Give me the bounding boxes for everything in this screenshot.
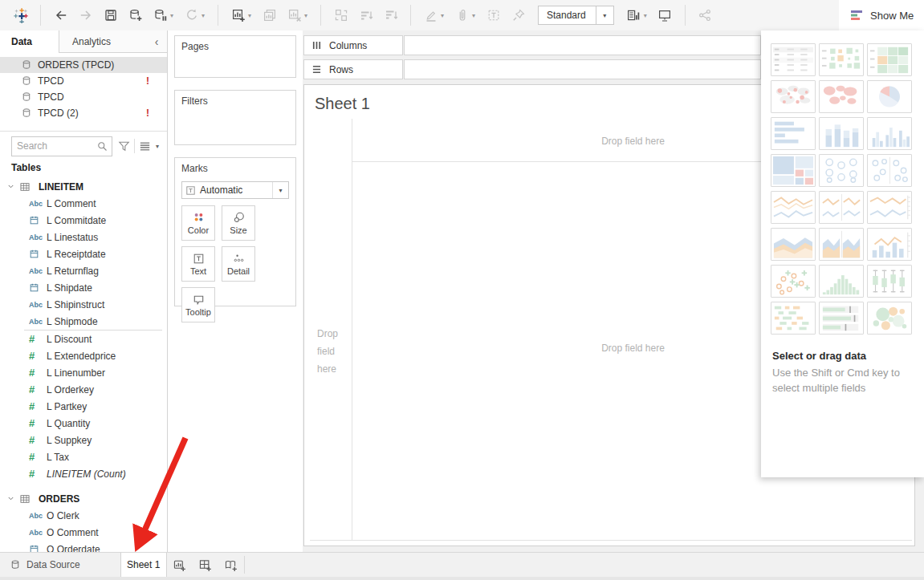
- chart-type-stacked-bars-icon[interactable]: [819, 117, 864, 150]
- clear-sheet-icon[interactable]: [284, 5, 304, 26]
- mark-type-dropdown[interactable]: Automatic ▾: [181, 181, 289, 199]
- chart-type-heat-map-icon[interactable]: [819, 43, 864, 76]
- datasource-item[interactable]: ORDERS (TPCD): [0, 57, 167, 73]
- chart-type-dual-lines-icon[interactable]: [867, 191, 912, 224]
- chart-type-treemap-icon[interactable]: [771, 154, 816, 187]
- field-item[interactable]: #L Suppkey: [0, 432, 167, 448]
- show-me-button[interactable]: Show Me: [839, 0, 924, 30]
- chart-type-side-by-side-circles-icon[interactable]: [867, 154, 912, 187]
- fix-axes-icon[interactable]: [508, 5, 528, 26]
- field-item[interactable]: O Orderdate: [0, 541, 167, 552]
- chart-type-pie-chart-icon[interactable]: [867, 80, 912, 113]
- duplicate-icon[interactable]: [259, 5, 279, 26]
- share-icon[interactable]: [695, 5, 715, 26]
- chevron-down-icon[interactable]: [6, 494, 19, 503]
- chevron-down-icon[interactable]: [6, 182, 19, 191]
- chart-type-highlight-table-icon[interactable]: [867, 43, 912, 76]
- show-mark-labels-icon[interactable]: [483, 5, 503, 26]
- search-input[interactable]: [12, 140, 96, 152]
- datasource-item[interactable]: TPCD (2)!: [0, 105, 167, 121]
- pause-auto-updates-caret[interactable]: ▾: [170, 12, 178, 19]
- fit-selector-caret[interactable]: ▾: [596, 6, 613, 24]
- chart-type-filled-map-icon[interactable]: [819, 80, 864, 113]
- rows-shelf-drop[interactable]: [404, 59, 761, 79]
- chart-type-dual-combination-icon[interactable]: [867, 228, 912, 261]
- datasource-item[interactable]: TPCD!: [0, 73, 167, 89]
- chart-type-text-table-icon[interactable]: [771, 43, 816, 76]
- table-group-header[interactable]: ORDERS: [0, 490, 167, 507]
- show-hide-cards-icon[interactable]: [624, 5, 644, 26]
- field-item[interactable]: L Receiptdate: [0, 245, 167, 262]
- redo-icon[interactable]: [75, 5, 96, 26]
- filters-shelf[interactable]: Filters: [174, 90, 296, 145]
- marks-button-text[interactable]: Text: [181, 246, 215, 282]
- pause-auto-updates-icon[interactable]: [150, 5, 170, 26]
- mark-type-caret[interactable]: ▾: [272, 182, 288, 198]
- highlight-caret[interactable]: ▾: [441, 12, 449, 19]
- highlight-icon[interactable]: [421, 5, 441, 26]
- sheet-tab-active[interactable]: Sheet 1: [120, 553, 167, 577]
- new-worksheet-icon[interactable]: [228, 5, 248, 26]
- new-worksheet-caret[interactable]: ▾: [248, 12, 256, 19]
- field-item[interactable]: AbcO Clerk: [0, 507, 167, 524]
- field-item[interactable]: L Shipdate: [0, 279, 167, 296]
- field-item[interactable]: AbcL Comment: [0, 195, 167, 212]
- view-options-icon[interactable]: [138, 140, 152, 153]
- field-item[interactable]: #LINEITEM (Count): [0, 465, 167, 482]
- presentation-mode-icon[interactable]: [655, 5, 675, 26]
- group-members-icon[interactable]: [452, 5, 472, 26]
- field-item[interactable]: AbcL Returnflag: [0, 262, 167, 279]
- field-item[interactable]: #L Discount: [0, 331, 167, 347]
- table-group-header[interactable]: LINEITEM: [0, 178, 167, 195]
- run-auto-updates-icon[interactable]: [181, 5, 201, 26]
- chart-type-gantt-icon[interactable]: [771, 302, 816, 335]
- field-item[interactable]: L Commitdate: [0, 212, 167, 229]
- chart-type-scatter-plots-icon[interactable]: [771, 265, 816, 298]
- chart-type-bullet-graphs-icon[interactable]: [819, 302, 864, 335]
- sort-ascending-icon[interactable]: [356, 5, 376, 26]
- field-item[interactable]: AbcL Shipinstruct: [0, 296, 167, 313]
- new-story-button[interactable]: [218, 553, 244, 577]
- field-item[interactable]: #L Linenumber: [0, 364, 167, 381]
- chart-type-box-and-whisker-icon[interactable]: [867, 265, 912, 298]
- new-data-source-icon[interactable]: [125, 5, 145, 26]
- undo-icon[interactable]: [51, 5, 71, 26]
- chart-type-horizontal-bars-icon[interactable]: [771, 117, 816, 150]
- new-worksheet-tab-button[interactable]: [167, 553, 193, 577]
- field-item[interactable]: AbcL Shipmode: [0, 313, 167, 330]
- tab-analytics[interactable]: Analytics: [59, 30, 146, 53]
- marks-button-color[interactable]: Color: [181, 205, 215, 241]
- fit-selector[interactable]: Standard▾: [538, 6, 614, 25]
- run-auto-updates-caret[interactable]: ▾: [201, 12, 210, 19]
- marks-button-size[interactable]: Size: [222, 205, 255, 241]
- sort-descending-icon[interactable]: [381, 5, 401, 26]
- chart-type-lines-continuous-icon[interactable]: [771, 191, 816, 224]
- view-options-caret[interactable]: ▾: [156, 143, 159, 150]
- columns-shelf-drop[interactable]: [404, 35, 761, 55]
- drop-zone-rows[interactable]: Drop field here: [317, 325, 348, 378]
- new-dashboard-button[interactable]: [193, 553, 218, 577]
- marks-button-tooltip[interactable]: Tooltip: [181, 287, 215, 322]
- field-item[interactable]: #L Extendedprice: [0, 347, 167, 364]
- chart-type-side-by-side-bars-icon[interactable]: [867, 117, 912, 150]
- field-item[interactable]: AbcL Linestatus: [0, 229, 167, 245]
- marks-button-detail[interactable]: Detail: [222, 246, 255, 282]
- chart-type-area-charts-continuous-icon[interactable]: [771, 228, 816, 261]
- filter-fields-icon[interactable]: [117, 140, 131, 153]
- chart-type-area-charts-discrete-icon[interactable]: [819, 228, 864, 261]
- chart-type-symbol-map-icon[interactable]: [771, 80, 816, 113]
- field-item[interactable]: AbcO Comment: [0, 524, 167, 541]
- field-item[interactable]: #L Orderkey: [0, 381, 167, 398]
- collapse-pane-button[interactable]: ‹: [146, 30, 167, 53]
- swap-rows-columns-icon[interactable]: [331, 5, 351, 26]
- datasource-item[interactable]: TPCD: [0, 89, 167, 105]
- field-item[interactable]: #L Quantity: [0, 415, 167, 432]
- chart-type-packed-bubbles-icon[interactable]: [867, 302, 912, 335]
- save-icon[interactable]: [100, 5, 120, 26]
- pages-shelf[interactable]: Pages: [174, 35, 296, 78]
- chart-type-lines-discrete-icon[interactable]: [819, 191, 864, 224]
- chart-type-histogram-icon[interactable]: [819, 265, 864, 298]
- tab-data[interactable]: Data: [0, 30, 59, 53]
- field-item[interactable]: #L Tax: [0, 448, 167, 465]
- group-members-caret[interactable]: ▾: [472, 12, 480, 19]
